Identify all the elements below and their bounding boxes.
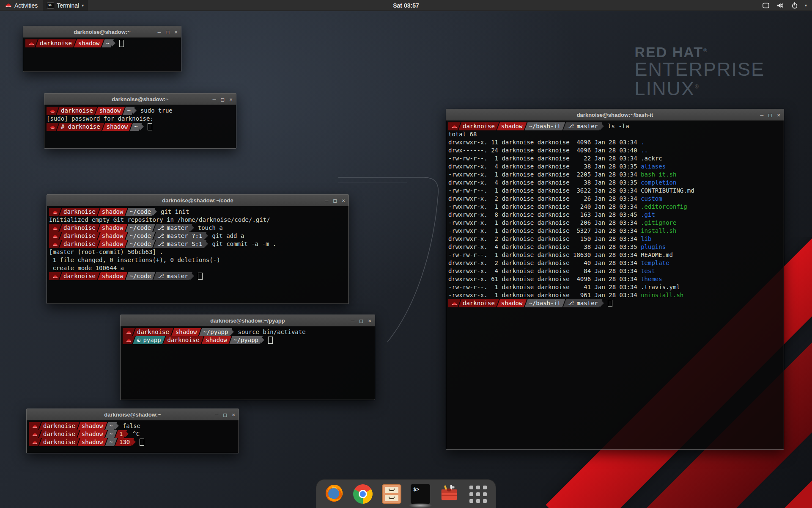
prompt-segment-hat [448, 122, 461, 130]
output-line: -rwxrwxr-x. 1 darknoise darknoise 206 Ja… [448, 219, 782, 227]
terminal-window-code: darknoise@shadow:~/code – □ × darknoises… [47, 194, 349, 304]
directory-name: aliases [641, 163, 666, 170]
prompt-segment-git: ⎇master S:1 [153, 240, 206, 248]
output-text: .travis.yml [641, 284, 680, 290]
window-titlebar[interactable]: darknoise@shadow:~ – □ × [23, 26, 181, 38]
output-line: -rw-rw-r--. 1 darknoise darknoise 22 Jan… [448, 155, 782, 163]
window-titlebar[interactable]: darknoise@shadow:~/bash-it – □ × [446, 109, 784, 121]
clock[interactable]: Sat 03:57 [0, 2, 812, 9]
close-button[interactable]: × [174, 29, 178, 35]
maximize-button[interactable]: □ [221, 97, 224, 102]
prompt-segment-path: ~/code [125, 272, 155, 280]
redhat-icon [52, 224, 58, 232]
maximize-button[interactable]: □ [166, 29, 169, 35]
display-icon[interactable] [762, 2, 770, 9]
window-titlebar[interactable]: darknoise@shadow:~/pyapp – □ × [121, 315, 375, 326]
directory-name: . [641, 139, 644, 146]
prompt-segment-user: darknoise [39, 422, 80, 430]
close-button[interactable]: × [777, 112, 780, 118]
terminal-content[interactable]: darknoiseshadow~/codegit initInitialized… [47, 206, 348, 304]
redhat-icon [52, 232, 58, 240]
window-titlebar[interactable]: darknoise@shadow:~/code – □ × [47, 195, 348, 206]
dock: $> [316, 479, 496, 508]
maximize-button[interactable]: □ [223, 412, 227, 417]
directory-name: plugins [641, 243, 666, 250]
dock-item-app-grid[interactable] [468, 484, 488, 504]
prompt-segment-git: ⎇master [153, 224, 192, 232]
terminal-content[interactable]: darknoiseshadow~/bash-it⎇masterls -latot… [446, 121, 784, 450]
activities-button[interactable]: Activities [0, 0, 43, 11]
output-line: -rwxrwxr-x. 1 darknoise darknoise 5327 J… [448, 227, 782, 235]
close-button[interactable]: × [232, 412, 235, 417]
output-line: -rw-rw-r--. 1 darknoise darknoise 41 Jan… [448, 283, 782, 291]
dock-item-terminal[interactable]: $> [410, 484, 431, 504]
output-line: [sudo] password for darknoise: [47, 115, 234, 123]
volume-icon[interactable] [776, 2, 785, 9]
prompt-segment-git: ⎇master [153, 272, 192, 280]
terminal-content[interactable]: darknoiseshadow~ [23, 38, 181, 72]
window-titlebar[interactable]: darknoise@shadow:~ – □ × [44, 94, 236, 105]
terminal-content[interactable]: darknoiseshadow~falsedarknoiseshadow~1^C… [27, 420, 239, 453]
output-text: -rw-rw-r--. 1 darknoise darknoise 22 Jan… [448, 155, 641, 162]
output-text: -rwxrwxr-x. 1 darknoise darknoise 2205 J… [448, 171, 641, 178]
prompt-segment-venv: ☯pyapp [133, 336, 165, 344]
branding-line-1: RED HAT® [634, 45, 765, 60]
prompt-segment-hat [47, 107, 59, 115]
window-titlebar[interactable]: darknoise@shadow:~ – □ × [27, 409, 239, 420]
output-text: drwxrwxr-x. 2 darknoise darknoise 40 Jan… [448, 260, 641, 266]
executable-name: uninstall.sh [641, 292, 683, 298]
power-icon[interactable] [791, 2, 798, 9]
output-text: [sudo] password for darknoise: [47, 115, 154, 122]
output-text: create mode 100644 a [49, 265, 124, 271]
dock-item-files[interactable] [381, 484, 402, 504]
minimize-button[interactable]: – [325, 198, 329, 203]
command-text: false [123, 422, 140, 429]
output-line: drwxrwxr-x. 4 darknoise darknoise 38 Jan… [448, 179, 782, 187]
prompt-segment-hat [29, 438, 41, 446]
output-line: -rwxrwxr-x. 1 darknoise darknoise 240 Ja… [448, 203, 782, 211]
close-button[interactable]: × [368, 318, 371, 323]
terminal-content[interactable]: darknoiseshadow~/pyappsource bin/activat… [121, 326, 375, 400]
prompt-line: ☯pyappdarknoiseshadow~/pyapp [123, 336, 373, 344]
output-text: CONTRIBUTING.md [641, 187, 694, 194]
close-button[interactable]: × [342, 198, 345, 203]
minimize-button[interactable]: – [213, 97, 216, 102]
prompt-segment-host: shadow [171, 328, 201, 336]
terminal-window-exitcodes: darknoise@shadow:~ – □ × darknoiseshadow… [26, 409, 239, 453]
dock-item-toolbox[interactable] [439, 484, 459, 504]
command-text: sudo true [140, 107, 173, 114]
activities-label: Activities [14, 2, 38, 9]
maximize-button[interactable]: □ [333, 198, 337, 203]
minimize-button[interactable]: – [158, 29, 161, 35]
output-line: drwx------. 24 darknoise darknoise 4096 … [448, 146, 782, 155]
prompt-segment-hat [29, 422, 41, 430]
minimize-button[interactable]: – [760, 112, 764, 118]
minimize-button[interactable]: – [351, 318, 355, 323]
maximize-button[interactable]: □ [768, 112, 772, 118]
redhat-icon [126, 337, 132, 345]
redhat-icon [126, 329, 132, 337]
dock-item-firefox[interactable] [324, 484, 344, 504]
system-menu-chevron-icon[interactable]: ▾ [805, 3, 807, 8]
prompt-segment-host: shadow [98, 240, 128, 248]
output-text: total 68 [448, 131, 477, 138]
terminal-content[interactable]: darknoiseshadow~sudo true[sudo] password… [44, 105, 236, 149]
maximize-button[interactable]: □ [359, 318, 363, 323]
app-menu-terminal[interactable]: $> Terminal ▾ [43, 0, 88, 11]
directory-name: .git [641, 211, 655, 218]
output-text: -rwxrwxr-x. 1 darknoise darknoise 5327 J… [448, 227, 641, 234]
redhat-icon [32, 439, 38, 447]
output-text: drwxrwxr-x. 2 darknoise darknoise 150 Ja… [448, 235, 641, 242]
dock-item-chrome[interactable] [353, 484, 373, 504]
executable-name: bash_it.sh [641, 171, 676, 178]
prompt-line: darknoiseshadow~130 [29, 438, 236, 446]
output-text: 1 file changed, 0 insertions(+), 0 delet… [49, 257, 220, 263]
close-button[interactable]: × [229, 97, 233, 102]
prompt-segment-host: shadow [497, 122, 527, 130]
output-line: drwxrwxr-x. 2 darknoise darknoise 26 Jan… [448, 195, 782, 203]
prompt-segment-path: ~ [105, 430, 117, 438]
minimize-button[interactable]: – [215, 412, 219, 417]
terminal-cursor [140, 439, 144, 446]
prompt-segment-path: ~/bash-it [524, 299, 565, 307]
redhat-icon [452, 123, 457, 131]
